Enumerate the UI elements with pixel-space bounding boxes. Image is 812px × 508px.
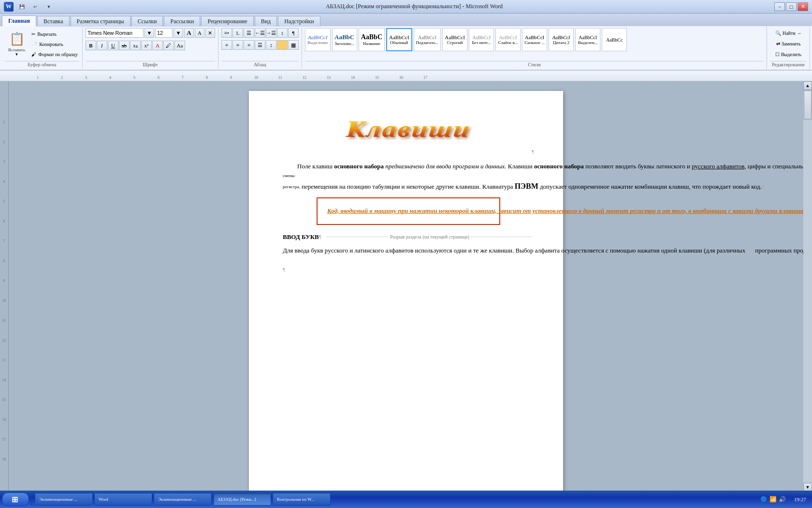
margin-mark: 2: [3, 140, 5, 144]
ruler-mark-17: 17: [423, 75, 427, 80]
taskbar-item-4-active[interactable]: АБЗАЦ.doc [Режи...]: [213, 493, 271, 506]
ruler: 1 2 3 4 5 6 7 8 9 10 11 12 13 14 15 16 1…: [0, 71, 812, 81]
ruler-mark-8: 8: [206, 75, 208, 80]
font-group: ▼ ▼ A A ✕ B I U ab x₂ x² A 🖊 Aa: [83, 27, 218, 69]
tab-mailings[interactable]: Рассылки: [164, 16, 200, 27]
superscript-button[interactable]: x²: [141, 41, 152, 50]
paste-button[interactable]: 📋 Вставить ▼: [5, 28, 29, 60]
style-heading[interactable]: AaBbC Заголово...: [332, 28, 357, 51]
tab-home[interactable]: Главная: [2, 15, 36, 27]
scroll-track[interactable]: [803, 90, 812, 483]
section-break-text: Разрыв раздела (на текущей странице): [325, 234, 534, 241]
highlight-button[interactable]: 🖊: [163, 41, 174, 50]
restore-button[interactable]: □: [786, 2, 797, 11]
subscript-button[interactable]: x₂: [130, 41, 141, 50]
margin-mark: 13: [2, 358, 6, 362]
italic-button[interactable]: I: [97, 41, 107, 50]
taskbar-item-3[interactable]: Экзаменационные ...: [154, 493, 212, 506]
margin-mark: 10: [2, 299, 6, 303]
title-bar: W 💾 ↩ ▼ АБЗАЦ.doc [Режим ограниченной фу…: [0, 0, 812, 14]
tab-insert[interactable]: Вставка: [37, 16, 70, 27]
font-color-button[interactable]: A: [152, 41, 163, 50]
style-no-spacing[interactable]: AaBbCcI Без инте...: [469, 28, 494, 51]
style-subtle-em[interactable]: AaBbCcI Слабое в...: [495, 28, 521, 51]
start-button[interactable]: ⊞: [2, 493, 29, 506]
tab-addins[interactable]: Надстройки: [278, 16, 320, 27]
underline-button[interactable]: U: [108, 41, 118, 50]
editing-group: 🔍Найти → ⇄Заменить ☐Выделить Редактирова…: [767, 27, 810, 69]
copy-button[interactable]: 📄Копировать: [30, 39, 79, 49]
select-button[interactable]: ☐Выделить: [774, 49, 803, 59]
line-spacing-button[interactable]: ↕: [266, 40, 276, 50]
numbering-button[interactable]: 1.: [232, 28, 243, 38]
align-center-button[interactable]: ≡: [232, 40, 243, 50]
margin-mark: 7: [3, 239, 5, 243]
increase-font-button[interactable]: A: [184, 28, 194, 38]
bold-button[interactable]: B: [86, 41, 96, 50]
column-2: программных продуктов эти комбинации мог…: [755, 246, 803, 255]
bluetooth-icon: 🔵: [760, 496, 768, 503]
style-subtitle[interactable]: AaBbCcI Подзаголо...: [414, 28, 441, 51]
close-button[interactable]: ✕: [798, 2, 808, 11]
font-name-input[interactable]: [86, 28, 144, 38]
ruler-mark-3: 3: [85, 75, 87, 80]
sort-button[interactable]: ↕: [277, 28, 288, 38]
increase-indent-button[interactable]: →☰: [266, 28, 276, 38]
multilevel-list-button[interactable]: ☰: [244, 28, 254, 38]
clear-format-button[interactable]: ✕: [205, 28, 215, 38]
align-left-button[interactable]: ≡: [221, 40, 232, 50]
border-button[interactable]: ▦: [288, 40, 299, 50]
tab-review[interactable]: Рецензирование: [201, 16, 253, 27]
tab-references[interactable]: Ссылки: [131, 16, 163, 27]
text-box-content: Код, вводимый в машину при нажатии некот…: [327, 206, 490, 216]
justify-button[interactable]: ☰: [255, 40, 265, 50]
margin-mark: 3: [3, 160, 5, 164]
style-strong[interactable]: AaBbCcI Строгий: [442, 28, 467, 51]
cut-button[interactable]: ✂Вырезать: [30, 29, 79, 39]
minimize-button[interactable]: −: [774, 2, 785, 11]
editing-label: Редактирование: [770, 61, 807, 68]
margin-mark: 11: [2, 318, 6, 323]
bullets-button[interactable]: ≡•: [221, 28, 232, 38]
format-painter-button[interactable]: 🖌Формат по образцу: [30, 49, 79, 59]
style-normal[interactable]: AaBbCcI Обычный: [386, 28, 412, 51]
font-effects-button[interactable]: Aa: [174, 41, 185, 50]
style-highlight2[interactable]: AaBbCcI Выделен...: [575, 28, 600, 51]
taskbar-item-2[interactable]: Word: [94, 493, 152, 506]
find-button[interactable]: 🔍Найти →: [774, 28, 803, 38]
style-last[interactable]: AaBbCc: [602, 28, 627, 51]
taskbar-item-5[interactable]: Контрольная по W...: [273, 493, 331, 506]
scroll-up-button[interactable]: ▲: [803, 81, 812, 90]
ruler-mark-14: 14: [351, 75, 355, 80]
main-area: 1 2 3 4 5 6 7 8 9 10 11 12 13 14 15 16 1…: [0, 81, 812, 492]
left-margin: 1 2 3 4 5 6 7 8 9 10 11 12 13 14 15 16 1…: [0, 81, 9, 492]
margin-mark: 8: [3, 259, 5, 263]
time-display: 19:27: [794, 496, 806, 502]
strikethrough-button[interactable]: ab: [119, 41, 130, 50]
ruler-mark-7: 7: [182, 75, 184, 80]
replace-button[interactable]: ⇄Заменить: [775, 39, 802, 48]
section-header: ВВОД БУКВ: [283, 233, 319, 242]
decrease-font-button[interactable]: A: [195, 28, 204, 38]
margin-mark: 16: [2, 418, 6, 422]
font-size-input[interactable]: [155, 28, 173, 38]
tab-page-layout[interactable]: Разметка страницы: [71, 16, 130, 27]
taskbar-system-icons: 🔵 📶 🔊: [757, 496, 789, 503]
align-right-button[interactable]: ≡: [244, 40, 254, 50]
font-name-dropdown[interactable]: ▼: [145, 28, 154, 38]
margin-mark: 4: [3, 179, 5, 184]
style-highlight[interactable]: AaBbCcI Выделение: [305, 28, 331, 51]
document-scroll-area[interactable]: Клавиши ¶ Поле клавиш основного набора п…: [9, 81, 803, 492]
shading-button[interactable]: [277, 40, 288, 50]
style-strong-em[interactable]: AaBbCcI Сильное ...: [522, 28, 547, 51]
taskbar-item-1[interactable]: Экзаменационные ...: [35, 493, 93, 506]
show-marks-button[interactable]: ¶: [288, 28, 299, 38]
scroll-thumb[interactable]: [804, 90, 812, 120]
style-title[interactable]: AaBbC Название: [359, 28, 385, 51]
decrease-indent-button[interactable]: ←☰: [255, 28, 265, 38]
tab-view[interactable]: Вид: [255, 16, 277, 27]
style-quote2[interactable]: AaBbCcI Цитата 2: [549, 28, 574, 51]
margin-mark: 18: [2, 457, 6, 462]
font-size-dropdown[interactable]: ▼: [174, 28, 183, 38]
vertical-scrollbar[interactable]: ▲ ▼: [803, 81, 812, 492]
